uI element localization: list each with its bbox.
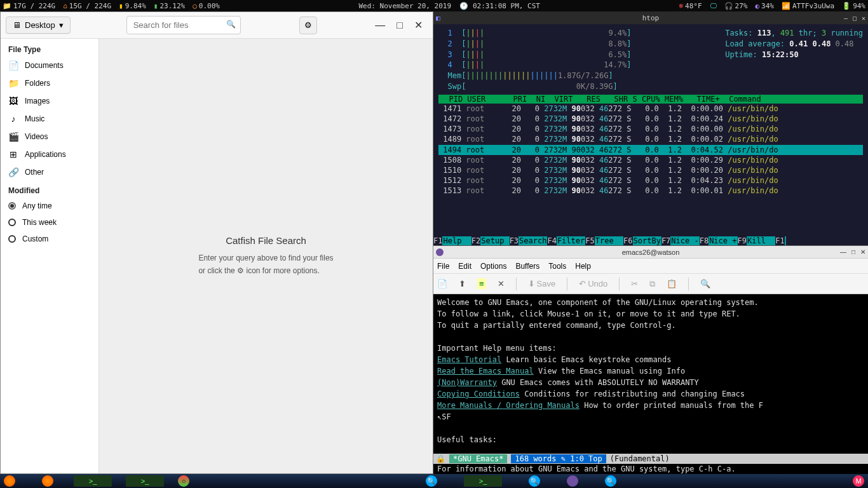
process-row[interactable]: 1489 root 20 0 2732M 90032 46272 S 0.0 1… — [438, 134, 863, 144]
settings-button[interactable]: ⚙ — [299, 17, 317, 34]
process-row[interactable]: 1494 root 20 0 2732M 90032 46272 S 0.0 1… — [438, 145, 863, 155]
chromium-task[interactable]: ○ — [178, 475, 189, 487]
emacs-line: Welcome to GNU Emacs, one component of t… — [437, 297, 864, 308]
search-input[interactable] — [126, 16, 241, 34]
minimize-button[interactable]: — — [375, 20, 385, 31]
process-row[interactable]: 1472 root 20 0 2732M 90032 46272 S 0.0 1… — [438, 114, 863, 124]
filetype-documents[interactable]: 📄Documents — [1, 57, 98, 74]
emacs-link[interactable]: (Non)Warranty — [437, 378, 497, 387]
label: Images — [25, 97, 50, 105]
mega-tray[interactable]: M — [853, 475, 864, 487]
emacs-link[interactable]: More Manuals / Ordering Manuals — [437, 401, 580, 410]
folder-label: Desktop — [25, 20, 55, 30]
copy-button[interactable]: ⧉ — [649, 279, 655, 289]
emacs-buffer[interactable]: Welcome to GNU Emacs, one component of t… — [433, 294, 868, 454]
clock-icon — [8, 235, 16, 243]
catfish-hint: Enter your query above to find your file… — [198, 252, 333, 276]
catfish-sidebar: File Type 📄Documents📁Folders🖼Images♪Musi… — [1, 39, 99, 473]
task-blue-2[interactable]: 🔍 — [529, 475, 540, 487]
folder-selector-button[interactable]: 🖥 Desktop ▾ — [6, 17, 71, 34]
close-button[interactable]: ✕ — [414, 19, 423, 31]
threads-count: 491 — [780, 29, 794, 37]
tasks-count: 113 — [757, 29, 771, 37]
filetype-other[interactable]: 🔗Other — [1, 163, 98, 181]
menu-options[interactable]: Options — [480, 262, 506, 271]
open-button[interactable]: ⬆ — [459, 279, 466, 288]
paste-button[interactable]: 📋 — [667, 279, 677, 288]
filetype-videos[interactable]: 🎬Videos — [1, 128, 98, 146]
filetype-images[interactable]: 🖼Images — [1, 92, 98, 110]
buffer-name: *GNU Emacs* — [449, 454, 507, 463]
clock-time: 02:31:08 PM, CST — [473, 2, 540, 10]
menu-file[interactable]: File — [437, 262, 449, 271]
emacs-link[interactable]: Read the Emacs Manual — [437, 367, 534, 376]
volume-widget: 🎧27% — [724, 2, 748, 10]
app-icon: ◧ — [436, 14, 440, 22]
process-row[interactable]: 1512 root 20 0 2732M 90032 46272 S 0.0 1… — [438, 175, 863, 186]
battery-widget: 🔋94% — [842, 2, 865, 10]
filetype-folders[interactable]: 📁Folders — [1, 74, 98, 92]
new-file-button[interactable]: 📄 — [437, 279, 447, 288]
modified-any-time[interactable]: Any time — [1, 198, 98, 214]
htop-header[interactable]: PID USER PRI NI VIRT RES SHR S CPU% MEM%… — [438, 95, 863, 104]
link-desc: How to order printed manuals from the F — [584, 401, 763, 410]
label: Applications — [25, 150, 66, 159]
modified-this-week[interactable]: This week — [1, 214, 98, 231]
music-icon: ♪ — [8, 114, 18, 124]
menu-buffers[interactable]: Buffers — [515, 262, 539, 271]
disk-usage-1: 📁17G / 224G — [3, 2, 55, 10]
close-button[interactable]: ✕ — [862, 15, 865, 22]
terminal-task-3[interactable]: >_ — [464, 475, 502, 487]
minibuffer[interactable]: For information about GNU Emacs and the … — [433, 464, 868, 474]
chevron-down-icon: ▾ — [59, 20, 64, 30]
emacs-link[interactable]: Emacs Tutorial — [437, 355, 501, 364]
modified-custom[interactable]: Custom — [1, 231, 98, 247]
cpu-widget: ▮9.84% — [119, 2, 146, 10]
close-file-button[interactable]: ✕ — [498, 279, 505, 288]
menu-help[interactable]: Help — [575, 262, 591, 271]
emacs-link[interactable]: Copying Conditions — [437, 390, 520, 398]
emacs-icon — [436, 248, 444, 256]
save-button[interactable]: ⬇ Save — [528, 279, 556, 288]
terminal-task-2[interactable]: >_ — [126, 475, 164, 487]
htop-function-keys[interactable]: F1Help F2Setup F3SearchF4FilterF5Tree F6… — [433, 236, 868, 245]
label: Any time — [22, 201, 52, 210]
search-icon[interactable]: 🔍 — [226, 20, 236, 29]
firefox-launcher[interactable] — [4, 475, 15, 487]
section-file-type: File Type — [1, 43, 98, 57]
maximize-button[interactable]: □ — [851, 248, 855, 255]
menu-edit[interactable]: Edit — [458, 262, 471, 271]
task-blue-1[interactable]: 🔍 — [426, 475, 437, 487]
emacs-task[interactable] — [567, 475, 578, 487]
process-row[interactable]: 1513 root 20 0 2732M 90032 46272 S 0.0 1… — [438, 186, 863, 196]
word-count: 168 words — [515, 454, 556, 463]
catfish-window: 🖥 Desktop ▾ 🔍 ⚙ — □ ✕ File Type 📄Documen… — [0, 11, 433, 474]
undo-button[interactable]: ↶ Undo — [579, 279, 607, 288]
label: Custom — [22, 234, 48, 243]
process-row[interactable]: 1471 root 20 0 2732M 90032 46272 S 0.0 1… — [438, 104, 863, 114]
clock-icon: 🕐 — [459, 2, 468, 10]
minimize-button[interactable]: — — [844, 15, 848, 22]
menu-tools[interactable]: Tools — [548, 262, 566, 271]
maximize-button[interactable]: □ — [397, 20, 403, 31]
filetype-music[interactable]: ♪Music — [1, 110, 98, 128]
process-row[interactable]: 1508 root 20 0 2732M 90032 46272 S 0.0 1… — [438, 155, 863, 165]
filetype-applications[interactable]: ⊞Applications — [1, 146, 98, 163]
maximize-button[interactable]: □ — [853, 15, 857, 22]
catfish-main: Catfish File Search Enter your query abo… — [99, 39, 433, 473]
dired-button[interactable]: ≡ — [477, 278, 486, 289]
terminal-task-1[interactable]: >_ — [74, 475, 112, 487]
task-blue-3[interactable]: 🔍 — [605, 475, 616, 487]
minimize-button[interactable]: — — [840, 248, 846, 255]
section-modified: Modified — [1, 184, 98, 198]
temp-widget: ❄48°F — [679, 2, 702, 10]
search-button[interactable]: 🔍 — [700, 279, 710, 288]
process-row[interactable]: 1473 root 20 0 2732M 90032 46272 S 0.0 1… — [438, 124, 863, 134]
process-row[interactable]: 1510 root 20 0 2732M 90032 46272 S 0.0 1… — [438, 165, 863, 175]
clock-date: Wed: November 20, 2019 — [358, 2, 451, 10]
close-button[interactable]: ✕ — [860, 248, 865, 255]
cut-button[interactable]: ✂ — [631, 279, 638, 288]
firefox-task[interactable] — [42, 475, 53, 487]
catfish-titlebar: 🖥 Desktop ▾ 🔍 ⚙ — □ ✕ — [1, 12, 433, 39]
gear-icon-inline: ⚙ — [237, 266, 244, 275]
